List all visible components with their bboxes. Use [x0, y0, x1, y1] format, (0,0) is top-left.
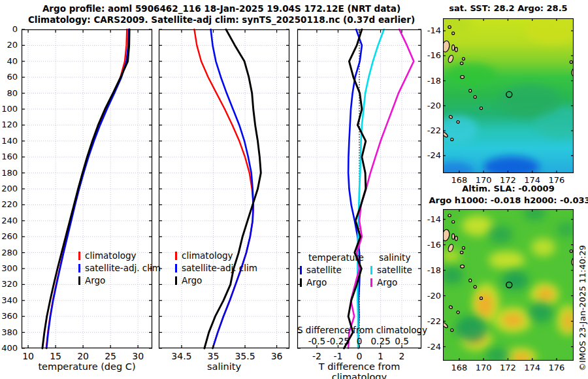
- latitude-tick-label: -20: [423, 291, 441, 301]
- sla-map-title: Altim. SLA: -0.0009: [430, 184, 587, 193]
- longitude-tick-label: 172: [500, 363, 516, 372]
- sst-map: 168170172174176-14-16-18-20-22-24: [443, 18, 574, 173]
- sla-field-patch: [489, 225, 513, 243]
- sla-field-patch: [537, 288, 554, 301]
- legend-mark-t-argo: [300, 278, 302, 287]
- t-difference-axis-label: T difference from climatology: [297, 361, 421, 379]
- longitude-tick-label: 174: [524, 363, 540, 372]
- legend-mark-s-argo: [370, 278, 372, 287]
- latitude-tick-label: -18: [423, 76, 441, 86]
- legend-label-climatology: climatology: [85, 250, 136, 262]
- legend-label-climatology: climatology: [182, 250, 233, 262]
- legend-label-s-satellite: satellite: [377, 264, 412, 276]
- s-difference-tick-label: -0.5: [308, 336, 325, 346]
- legend-mark-climatology: [78, 252, 80, 260]
- x-tick-label: 2: [399, 351, 405, 361]
- difference-legend-temperature: temperaturesatelliteArgo: [300, 252, 364, 289]
- x-tick-label: 1: [378, 351, 384, 361]
- sla-field-patch: [502, 271, 529, 290]
- depth-tick-label: 200: [1, 184, 18, 193]
- x-tick-label: 34.5: [171, 351, 191, 361]
- legend-item-climatology: climatology: [78, 250, 161, 262]
- depth-axis-labels: 0204060801001201401601802002202402602803…: [0, 29, 20, 348]
- island-landmass: [480, 297, 482, 299]
- legend-label-t-satellite: satellite: [306, 264, 342, 276]
- legend-mark-satellite-adj-clim: [175, 264, 177, 272]
- sla-field-patch: [502, 313, 524, 327]
- island-landmass: [451, 138, 453, 140]
- sst-map-title: sat. SST: 28.2 Argo: 28.5: [430, 3, 587, 13]
- longitude-tick-label: 170: [476, 363, 492, 372]
- depth-tick-label: 0: [12, 24, 18, 34]
- s-difference-tick-label: 0: [357, 336, 363, 346]
- legend-mark-argo: [175, 276, 177, 285]
- depth-tick-label: 120: [1, 120, 18, 129]
- latitude-tick-label: -24: [423, 342, 441, 352]
- island-landmass: [570, 61, 572, 63]
- island-landmass: [570, 250, 572, 252]
- depth-tick-label: 240: [1, 216, 18, 225]
- legend-label-s-argo: Argo: [377, 276, 397, 289]
- island-landmass: [452, 220, 455, 223]
- depth-tick-label: 40: [7, 56, 18, 66]
- depth-tick-label: 20: [7, 40, 18, 50]
- x-tick-label: 10: [22, 351, 34, 361]
- legend-label-satellite-adj-clim: satellite-adj. clim: [182, 262, 257, 274]
- argo-profile-figure: Argo profile: aoml 5906462_116 18-Jan-20…: [0, 0, 588, 379]
- legend-item-t-satellite: satellite: [300, 264, 364, 276]
- x-tick-label: 25: [105, 351, 116, 361]
- legend-label-satellite-adj-clim: satellite-adj. clim: [85, 262, 161, 274]
- depth-tick-label: 260: [1, 231, 18, 241]
- island-landmass: [461, 76, 465, 79]
- legend-header-salinity: salinity: [370, 252, 412, 264]
- legend-item-s-satellite: satellite: [370, 264, 412, 276]
- legend-item-satellite-adj-clim: satellite-adj. clim: [175, 262, 257, 274]
- sla-field-patch: [476, 292, 493, 318]
- legend-item-climatology: climatology: [175, 250, 257, 262]
- x-tick-label: 20: [77, 351, 89, 361]
- sla-field-patch: [455, 316, 487, 342]
- difference-plot: [297, 29, 421, 348]
- sst-map-image: [443, 18, 574, 173]
- latitude-tick-label: -24: [423, 150, 441, 160]
- x-tick-label: 35.5: [235, 351, 255, 361]
- latitude-tick-label: -16: [423, 50, 441, 60]
- legend-mark-s-satellite: [370, 266, 372, 274]
- depth-tick-label: 140: [1, 136, 18, 146]
- x-tick-label: 15: [50, 351, 61, 361]
- sst-field-patch: [447, 63, 495, 86]
- island-landmass: [462, 246, 465, 249]
- x-tick-label: 30: [132, 351, 144, 361]
- longitude-tick-label: 168: [451, 363, 468, 372]
- legend-label-argo: Argo: [182, 274, 202, 287]
- s-difference-tick-label: 0.5: [395, 336, 408, 346]
- sla-field-patch: [529, 302, 553, 322]
- island-landmass: [451, 329, 453, 331]
- sla-map-image: [443, 209, 574, 361]
- island-landmass: [455, 236, 457, 240]
- latitude-tick-label: -16: [423, 240, 441, 250]
- legend-item-t-argo: Argo: [300, 276, 364, 289]
- island-landmass: [460, 62, 463, 65]
- sla-field-patch: [531, 239, 555, 256]
- x-tick-label: -1: [333, 351, 342, 361]
- sla-map-subtitle: Argo h1000: -0.018 h2000: -0.033: [421, 195, 588, 205]
- depth-tick-label: 380: [1, 327, 18, 337]
- depth-tick-label: 320: [1, 279, 18, 289]
- s-difference-tick-label: 0.25: [371, 336, 391, 346]
- figure-subtitle: Climatology: CARS2009. Satellite-adj cli…: [22, 14, 421, 25]
- depth-tick-label: 280: [1, 248, 18, 257]
- legend-item-argo: Argo: [175, 274, 257, 287]
- island-landmass: [448, 214, 451, 217]
- x-tick-label: 0: [357, 351, 363, 361]
- latitude-tick-label: -14: [423, 214, 441, 224]
- legend-item-satellite-adj-clim: satellite-adj. clim: [78, 262, 161, 274]
- legend-mark-argo: [78, 276, 80, 285]
- island-landmass: [480, 107, 482, 110]
- legend-label-t-argo: Argo: [306, 276, 327, 289]
- salinity-plot: [159, 29, 289, 348]
- depth-tick-label: 160: [1, 152, 18, 161]
- sst-field-patch: [498, 84, 562, 117]
- depth-tick-label: 80: [7, 88, 18, 98]
- latitude-tick-label: -18: [423, 265, 441, 275]
